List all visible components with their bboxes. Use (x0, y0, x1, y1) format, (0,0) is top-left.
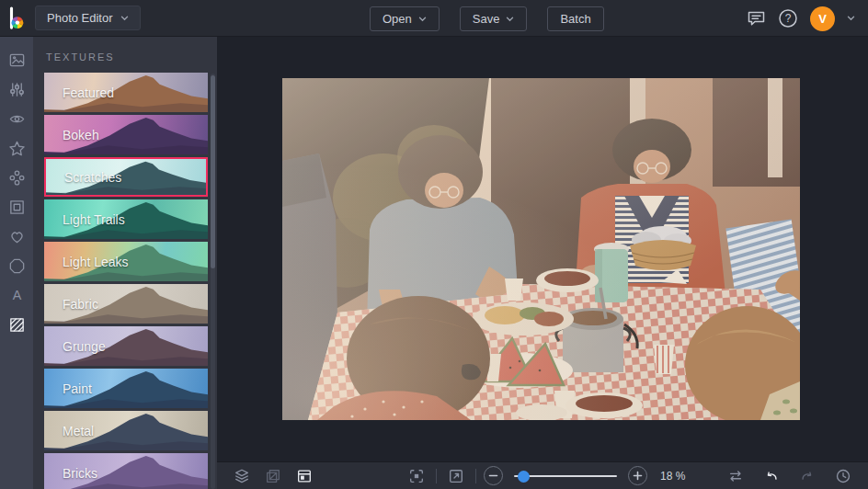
app-switcher-button[interactable]: Photo Editor (35, 6, 141, 30)
texture-item-light-leaks[interactable]: Light Leaks (44, 242, 208, 281)
heart-icon[interactable] (0, 222, 33, 251)
texture-label: Light Leaks (63, 242, 129, 281)
toolbar-divider (475, 469, 476, 483)
app-switcher-label: Photo Editor (47, 11, 113, 25)
zoom-level-label: 18 % (660, 470, 685, 483)
texture-item-scratches[interactable]: Scratches (44, 157, 208, 197)
open-button-label: Open (383, 12, 412, 26)
chevron-down-icon (120, 16, 129, 21)
history-icon[interactable] (831, 464, 855, 488)
chevron-down-icon (506, 17, 514, 22)
svg-text:A: A (12, 288, 21, 302)
topbar: Photo Editor Open Save Batch (0, 0, 868, 37)
svg-text:?: ? (785, 12, 792, 25)
texture-item-featured[interactable]: Featured (44, 73, 208, 112)
texture-item-paint[interactable]: Paint (44, 369, 208, 408)
texture-label: Paint (63, 369, 92, 408)
history-tools (724, 464, 855, 488)
help-icon[interactable]: ? (778, 8, 798, 28)
chat-icon[interactable] (747, 10, 766, 28)
batch-button[interactable]: Batch (547, 6, 603, 31)
layers-icon[interactable] (230, 464, 254, 488)
redo-icon[interactable] (795, 464, 819, 488)
bottom-toolbar: 18 % (217, 461, 868, 489)
texture-list: Featured Bokeh Scratches (33, 73, 217, 489)
adjust-icon[interactable] (0, 74, 33, 104)
chevron-down-icon (418, 17, 427, 22)
zoom-in-icon[interactable] (628, 466, 647, 485)
star-icon[interactable] (0, 133, 33, 163)
avatar-chevron-icon[interactable] (847, 16, 855, 21)
effects-icon[interactable] (0, 163, 33, 192)
batch-button-label: Batch (560, 12, 590, 26)
undo-icon[interactable] (760, 464, 783, 488)
texture-item-light-trails[interactable]: Light Trails (44, 199, 208, 239)
texture-label: Featured (63, 73, 114, 112)
frame-icon[interactable] (0, 192, 33, 222)
canvas-stage: 18 % (217, 37, 868, 489)
canvas-image[interactable] (282, 78, 800, 420)
texture-item-bricks[interactable]: Bricks (44, 453, 208, 489)
transform-icon[interactable] (261, 464, 285, 488)
graphics-icon[interactable] (0, 251, 33, 280)
zoom-slider[interactable] (514, 467, 617, 485)
topbar-right: ? V (747, 0, 855, 37)
panel-title: TEXTURES (33, 37, 217, 73)
content: A TEXTURES Featured (0, 37, 868, 489)
texture-label: Grunge (63, 326, 106, 366)
avatar[interactable]: V (810, 6, 835, 31)
panel-scrollbar[interactable] (211, 74, 215, 489)
save-button[interactable]: Save (460, 6, 528, 31)
texture-label: Light Trails (63, 199, 125, 239)
texture-item-metal[interactable]: Metal (44, 411, 208, 450)
image-icon[interactable] (0, 45, 33, 74)
texture-icon[interactable] (0, 310, 33, 339)
zoom-out-icon[interactable] (484, 466, 503, 485)
befunky-logo[interactable] (0, 6, 33, 31)
texture-item-bokeh[interactable]: Bokeh (44, 115, 208, 154)
panel-scrollbar-thumb[interactable] (211, 75, 215, 268)
texture-label: Scratches (64, 159, 121, 195)
texture-label: Bricks (63, 453, 97, 489)
texture-label: Fabric (63, 284, 98, 324)
tool-rail: A (0, 37, 33, 489)
textures-panel: TEXTURES Featured Bokeh (33, 37, 217, 489)
toolbar-divider (436, 469, 437, 483)
texture-item-grunge[interactable]: Grunge (44, 326, 208, 366)
avatar-initial: V (818, 12, 827, 26)
texture-item-fabric[interactable]: Fabric (44, 284, 208, 324)
texture-label: Metal (63, 411, 94, 450)
file-actions: Open Save Batch (370, 6, 604, 31)
compare-icon[interactable] (724, 464, 748, 488)
eye-icon[interactable] (0, 104, 33, 133)
zoom-slider-knob[interactable] (518, 471, 530, 483)
text-icon[interactable]: A (0, 280, 33, 310)
canvas-manager-icon[interactable] (292, 464, 316, 488)
open-new-window-icon[interactable] (444, 464, 468, 488)
fit-screen-icon[interactable] (405, 464, 428, 488)
open-button[interactable]: Open (370, 6, 440, 31)
photo-editor-app: Photo Editor Open Save Batch (0, 0, 868, 489)
texture-label: Bokeh (63, 115, 99, 154)
save-button-label: Save (473, 12, 500, 26)
